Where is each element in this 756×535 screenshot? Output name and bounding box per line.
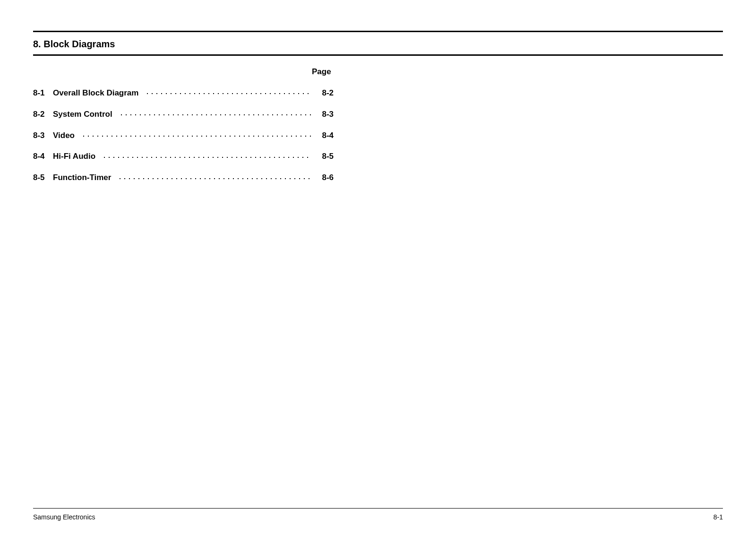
toc-page: 8-5 [318, 152, 334, 161]
footer-company: Samsung Electronics [33, 513, 95, 521]
toc-index: 8-1 [33, 88, 49, 98]
section-title: 8. Block Diagrams [33, 33, 723, 54]
toc-index: 8-3 [33, 131, 49, 140]
toc-entry: 8-4 Hi-Fi Audio 8-5 [33, 151, 334, 162]
page-footer: Samsung Electronics 8-1 [33, 508, 723, 521]
toc-index: 8-4 [33, 152, 49, 161]
document-page: 8. Block Diagrams Page 8-1 Overall Block… [0, 0, 756, 535]
toc-title: Hi-Fi Audio [53, 152, 95, 161]
toc-title: Video [53, 131, 75, 140]
toc-page: 8-3 [318, 110, 334, 119]
toc-entry: 8-1 Overall Block Diagram 8-2 [33, 87, 334, 98]
dot-leader [119, 108, 312, 117]
toc-page: 8-4 [318, 131, 334, 140]
toc-entry: 8-5 Function-Timer 8-6 [33, 172, 334, 182]
toc-page: 8-6 [318, 173, 334, 182]
toc-index: 8-2 [33, 110, 49, 119]
dot-leader [102, 151, 312, 159]
toc-content: Page 8-1 Overall Block Diagram 8-2 8-2 S… [33, 67, 723, 508]
page-column-header: Page [312, 67, 723, 77]
title-rule-thick [33, 54, 723, 56]
toc-title: Function-Timer [53, 173, 111, 182]
toc-entry: 8-3 Video 8-4 [33, 129, 334, 140]
dot-leader [81, 129, 312, 138]
toc-page: 8-2 [318, 88, 334, 98]
toc-title: Overall Block Diagram [53, 88, 138, 98]
toc-title: System Control [53, 110, 112, 119]
top-rule-thick [33, 31, 723, 32]
toc-index: 8-5 [33, 173, 49, 182]
dot-leader [118, 172, 312, 180]
footer-page-number: 8-1 [713, 513, 723, 521]
dot-leader [145, 87, 312, 95]
toc-entry: 8-2 System Control 8-3 [33, 108, 334, 119]
